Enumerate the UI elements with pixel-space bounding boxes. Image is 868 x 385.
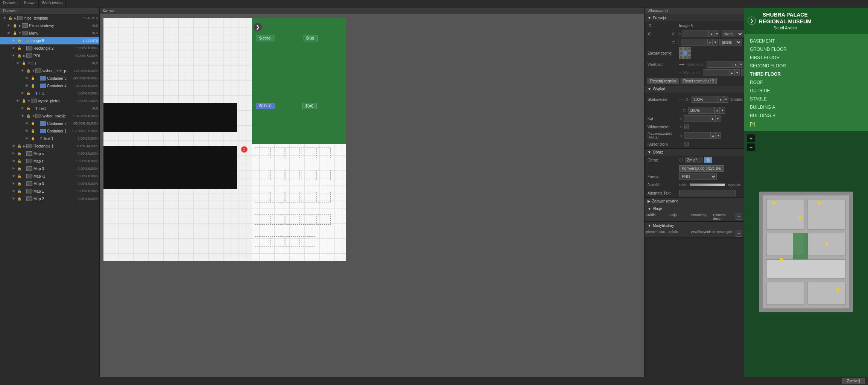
lock-icon[interactable]: 🔒 — [17, 143, 22, 149]
change-image-button[interactable]: Zmień... — [685, 157, 702, 163]
expand-arrow[interactable]: ▶ — [14, 17, 17, 20]
canvas-next-button[interactable]: ❯ — [253, 23, 262, 32]
x-input[interactable]: -224 — [683, 30, 709, 37]
lock-icon[interactable]: 🔒 — [17, 173, 22, 179]
y-spin-down[interactable]: ▼ — [713, 39, 718, 46]
visibility-icon[interactable]: 👁 — [11, 46, 16, 51]
lock-icon[interactable]: 🔒 — [26, 91, 31, 96]
floor-first[interactable]: FIRST FLOOR — [750, 53, 862, 62]
lock-icon[interactable]: 🔒 — [17, 46, 22, 51]
cursor-checkbox[interactable] — [684, 142, 689, 146]
expand-arrow[interactable]: ▼ — [27, 99, 31, 103]
tree-tab[interactable]: Drzewko — [0, 0, 21, 7]
visibility-icon[interactable]: 👁 — [24, 128, 29, 134]
tree-item[interactable]: 👁 🔒 Map 0 ↑0.00%,0.00% — [0, 180, 99, 187]
tree-item[interactable]: 👁 🔒 Container 1 ↑-25.00%,-5.00% — [0, 127, 99, 135]
tree-item[interactable]: 👁 🔒 Map 3 ↑0.00%,0.00% — [0, 165, 99, 172]
tree-item[interactable]: 👁 🔒 Container 2 ↑-30.00%,90.00% — [0, 120, 99, 127]
visibility-icon[interactable]: 👁 — [11, 166, 16, 171]
quality-bar[interactable] — [690, 183, 725, 186]
x-unit-select[interactable]: pixele procent — [721, 30, 743, 37]
lock-icon[interactable]: 🔒 — [30, 128, 35, 134]
visibility-icon[interactable]: 👁 — [15, 98, 20, 103]
modifiers-collapse-arrow[interactable]: ▼ — [648, 224, 651, 228]
tree-item[interactable]: 👁 🔒 Map 1 ↑0.00%,0.00% — [0, 187, 99, 195]
alpha-input[interactable]: 1,000 — [684, 132, 710, 139]
visibility-icon[interactable]: 👁 — [11, 143, 16, 149]
tree-item[interactable]: 👁 🔒 Map s ↑0.00%,0.00% — [0, 150, 99, 157]
reset-size-half-button[interactable]: Reset rozmiaru / 2 — [681, 78, 717, 84]
map-zoom-out-button[interactable]: − — [747, 143, 755, 151]
visibility-icon[interactable]: 👁 — [20, 91, 25, 96]
floor-stable[interactable]: STABLE — [750, 95, 862, 103]
modifiers-add-button[interactable]: + — [736, 230, 742, 237]
anchor-bl[interactable] — [679, 55, 683, 59]
scale-x-up[interactable]: ▲ — [718, 96, 723, 103]
lock-icon[interactable]: 🔒 — [26, 113, 31, 119]
expand-arrow[interactable]: ▼ — [27, 62, 31, 65]
alpha-down[interactable]: ▼ — [716, 132, 721, 139]
lock-icon[interactable]: 🔒 — [21, 98, 26, 103]
angle-down[interactable]: ▼ — [715, 115, 721, 122]
scale-x-input[interactable] — [692, 96, 718, 103]
width-input[interactable]: 6,25 — [707, 61, 733, 68]
anchor-bc[interactable] — [683, 55, 687, 59]
visibility-icon[interactable]: 👁 — [11, 53, 16, 58]
y-unit-select[interactable]: pixele procent — [719, 39, 742, 46]
visibility-icon[interactable]: 👁 — [11, 181, 16, 186]
tree-item[interactable]: 👁 🔒 Container 3 ↑-30.00%,80.00% — [0, 75, 99, 82]
tree-item[interactable]: 👁 🔒 Map -1 ↑0.00%,0.00% — [0, 172, 99, 180]
scale-x-down[interactable]: ▼ — [723, 96, 728, 103]
visibility-icon[interactable]: 👁 — [6, 30, 11, 36]
lock-icon[interactable]: 🔒 — [17, 196, 22, 201]
lock-icon[interactable]: 🔒 — [30, 136, 35, 141]
height-spin-down[interactable]: ▼ — [734, 69, 740, 76]
visibility-icon[interactable]: 👁 — [24, 76, 29, 81]
anchor-mc[interactable] — [683, 51, 687, 55]
visibility-icon[interactable]: 👁 — [11, 196, 16, 201]
floor-unknown[interactable]: [?] — [750, 120, 862, 128]
visibility-icon[interactable]: 👁 — [11, 38, 16, 43]
tree-item[interactable]: 👁 🔒 T T 1 ↑0.00%,0.00% — [0, 90, 99, 97]
lock-icon[interactable]: 🔒 — [17, 151, 22, 156]
tree-content[interactable]: 👁 🔒 ▶ hide_template ↑1246,819 👁 🔒 ▶ Ekra… — [0, 14, 99, 377]
museum-back-button[interactable]: ❯ — [748, 17, 756, 25]
visibility-icon[interactable]: 👁 — [11, 189, 16, 194]
actions-section-header[interactable]: ▼ Akcje — [645, 205, 744, 212]
tree-item[interactable]: 👁 🔒 ▶ hide_template ↑1246,819 — [0, 14, 99, 22]
height-spin-up[interactable]: ▲ — [729, 69, 734, 76]
advanced-section-header[interactable]: ▶ Zaawansowane — [645, 198, 744, 205]
advanced-collapse-arrow[interactable]: ▶ — [648, 199, 651, 203]
lock-icon[interactable]: 🔒 — [17, 158, 22, 164]
expand-arrow[interactable]: ▼ — [18, 32, 22, 35]
tree-item[interactable]: 👁 🔒 T Text ↑0,0 — [0, 105, 99, 112]
anchor-mr[interactable] — [687, 51, 691, 55]
visibility-icon[interactable]: 👁 — [20, 106, 25, 111]
visibility-icon[interactable]: 👁 — [20, 68, 25, 73]
tree-item[interactable]: 👁 🔒 Container 4 ↑-25.00%,0.00% — [0, 82, 99, 90]
height-input[interactable]: 2,22 — [703, 69, 729, 76]
expand-arrow[interactable]: ▶ — [18, 24, 22, 27]
tree-item[interactable]: 👁 🔒 Map 2 ↑0.00%,0.00% — [0, 195, 99, 202]
visibility-icon[interactable]: 👁 — [20, 113, 25, 119]
alpha-up[interactable]: ▲ — [710, 132, 716, 139]
floor-building-a[interactable]: BUILDING A — [750, 103, 862, 111]
x-spin-down[interactable]: ▼ — [714, 30, 719, 37]
lock-icon[interactable]: 🔒 — [30, 76, 35, 81]
visibility-icon[interactable]: 👁 — [24, 83, 29, 88]
expand-arrow[interactable]: ▶ — [23, 54, 26, 58]
canvas-area[interactable]: ❯ $(ctitle) $(ut) $(dlink) $(ut) ⊙ — [100, 14, 644, 377]
anchor-grid[interactable] — [679, 47, 691, 59]
lock-icon[interactable]: 🔒 — [17, 53, 22, 58]
tree-item[interactable]: 👁 🔒 Map r ↑0.00%,0.00% — [0, 157, 99, 165]
y-spin-up[interactable]: ▲ — [707, 39, 713, 46]
height-unit-select[interactable]: procent pixele — [741, 69, 744, 76]
modifiers-section-header[interactable]: ▼ Modyfikatory — [645, 222, 744, 229]
visibility-icon[interactable]: 👁 — [24, 121, 29, 126]
visibility-checkbox[interactable] — [684, 125, 689, 129]
canvas-tab[interactable]: Kanwa — [21, 0, 39, 7]
lock-icon[interactable]: 🔒 — [21, 61, 26, 66]
floor-outside[interactable]: OUTSIDE — [750, 87, 862, 95]
tree-item[interactable]: 👁 🔒 T Text 1 ↑0.00%,0.00% — [0, 135, 99, 142]
image-color-button[interactable]: 🎨 — [704, 157, 712, 163]
